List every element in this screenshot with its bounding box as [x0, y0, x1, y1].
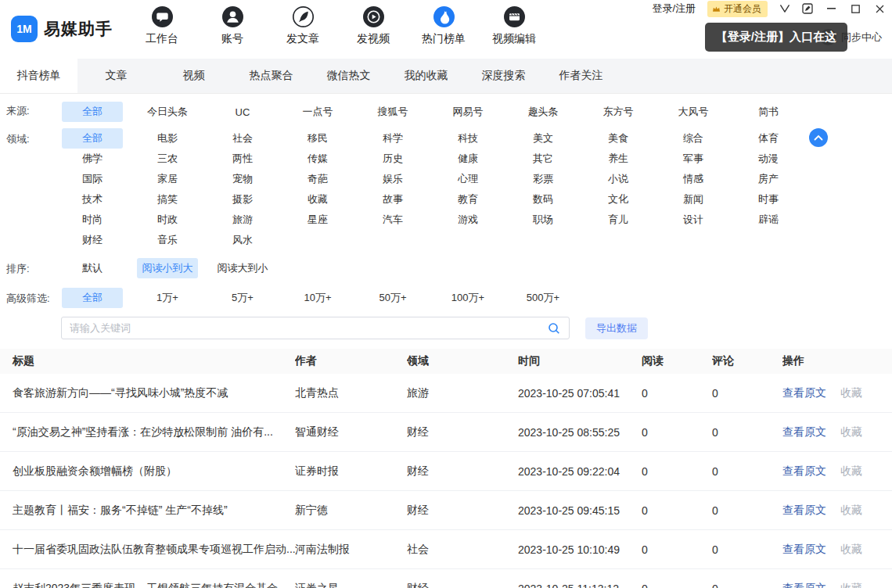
- filter-chip[interactable]: 文化: [588, 189, 649, 210]
- filter-chip[interactable]: 财经: [62, 230, 123, 250]
- minimize-button[interactable]: [825, 2, 837, 15]
- tab[interactable]: 作者关注: [542, 59, 620, 93]
- view-original-link[interactable]: 查看原文: [782, 504, 826, 518]
- vip-badge[interactable]: 开通会员: [707, 1, 768, 17]
- filter-chip[interactable]: 全部: [62, 288, 123, 308]
- view-original-link[interactable]: 查看原文: [782, 386, 826, 400]
- filter-chip[interactable]: 阅读小到大: [137, 258, 198, 278]
- collapse-filters-button[interactable]: [809, 128, 828, 147]
- filter-chip[interactable]: 育儿: [588, 210, 649, 230]
- filter-chip[interactable]: 汽车: [362, 210, 423, 230]
- nav-item-publish-article[interactable]: 发文章: [268, 5, 338, 46]
- tab[interactable]: 深度搜索: [465, 59, 542, 93]
- filter-chip[interactable]: 故事: [362, 189, 423, 210]
- nav-item-video-edit[interactable]: 视频编辑: [479, 5, 549, 46]
- filter-chip[interactable]: 500万+: [513, 288, 574, 308]
- filter-chip[interactable]: 今日头条: [137, 102, 198, 122]
- filter-chip[interactable]: 电影: [137, 128, 198, 149]
- filter-chip[interactable]: 风水: [212, 230, 273, 250]
- filter-chip[interactable]: 设计: [663, 210, 724, 230]
- nav-item-hot-rankings[interactable]: 热门榜单: [408, 5, 479, 46]
- filter-chip[interactable]: 小说: [588, 169, 649, 189]
- tab[interactable]: 热点聚合: [232, 59, 310, 93]
- filter-chip[interactable]: 情感: [663, 169, 724, 189]
- filter-chip[interactable]: 健康: [437, 149, 498, 169]
- filter-chip[interactable]: 心理: [437, 169, 498, 189]
- filter-chip[interactable]: 网易号: [437, 102, 498, 122]
- filter-chip[interactable]: 佛学: [62, 149, 123, 169]
- filter-chip[interactable]: 移民: [287, 128, 348, 149]
- filter-chip[interactable]: 辟谣: [738, 210, 799, 230]
- filter-chip[interactable]: 时尚: [62, 210, 123, 230]
- export-data-button[interactable]: 导出数据: [585, 317, 648, 339]
- login-register-link[interactable]: 登录/注册: [652, 2, 696, 16]
- filter-chip[interactable]: 全部: [62, 128, 123, 149]
- filter-chip[interactable]: 阅读大到小: [212, 258, 273, 278]
- filter-chip[interactable]: 美文: [513, 128, 574, 149]
- view-original-link[interactable]: 查看原文: [782, 543, 826, 557]
- nav-item-workbench[interactable]: 工作台: [127, 5, 197, 46]
- filter-chip[interactable]: 军事: [663, 149, 724, 169]
- filter-chip[interactable]: 国际: [62, 169, 123, 189]
- filter-chip[interactable]: 时政: [137, 210, 198, 230]
- filter-chip[interactable]: 社会: [212, 128, 273, 149]
- filter-chip[interactable]: 一点号: [287, 102, 348, 122]
- favorite-link[interactable]: 收藏: [840, 504, 862, 518]
- filter-chip[interactable]: 历史: [362, 149, 423, 169]
- filter-chip[interactable]: 综合: [663, 128, 724, 149]
- filter-chip[interactable]: 东方号: [588, 102, 649, 122]
- nav-item-publish-video[interactable]: 发视频: [338, 5, 408, 46]
- filter-chip[interactable]: 教育: [437, 189, 498, 210]
- filter-chip[interactable]: 新闻: [663, 189, 724, 210]
- filter-chip[interactable]: 房产: [738, 169, 799, 189]
- tab[interactable]: 文章: [77, 59, 155, 93]
- favorite-link[interactable]: 收藏: [840, 425, 862, 439]
- filter-chip[interactable]: 三农: [137, 149, 198, 169]
- theme-icon[interactable]: [779, 4, 790, 13]
- filter-chip[interactable]: 职场: [513, 210, 574, 230]
- filter-chip[interactable]: 全部: [62, 102, 123, 122]
- filter-chip[interactable]: 趣头条: [513, 102, 574, 122]
- tab[interactable]: 视频: [155, 59, 232, 93]
- filter-chip[interactable]: 宠物: [212, 169, 273, 189]
- filter-chip[interactable]: 科技: [437, 128, 498, 149]
- filter-chip[interactable]: 美食: [588, 128, 649, 149]
- filter-chip[interactable]: 数码: [513, 189, 574, 210]
- filter-chip[interactable]: 奇葩: [287, 169, 348, 189]
- filter-chip[interactable]: 动漫: [738, 149, 799, 169]
- favorite-link[interactable]: 收藏: [840, 386, 862, 400]
- filter-chip[interactable]: 家居: [137, 169, 198, 189]
- filter-chip[interactable]: 技术: [62, 189, 123, 210]
- filter-chip[interactable]: 收藏: [287, 189, 348, 210]
- view-original-link[interactable]: 查看原文: [782, 464, 826, 479]
- favorite-link[interactable]: 收藏: [840, 582, 862, 588]
- view-original-link[interactable]: 查看原文: [782, 425, 826, 439]
- filter-chip[interactable]: 传媒: [287, 149, 348, 169]
- filter-chip[interactable]: 旅游: [212, 210, 273, 230]
- filter-chip[interactable]: 彩票: [513, 169, 574, 189]
- filter-chip[interactable]: 100万+: [437, 288, 498, 308]
- filter-chip[interactable]: 体育: [738, 128, 799, 149]
- filter-chip[interactable]: 简书: [738, 102, 799, 122]
- filter-chip[interactable]: 1万+: [137, 288, 198, 308]
- filter-chip[interactable]: 游戏: [437, 210, 498, 230]
- favorite-link[interactable]: 收藏: [840, 543, 862, 557]
- view-original-link[interactable]: 查看原文: [782, 582, 826, 588]
- filter-chip[interactable]: 10万+: [287, 288, 348, 308]
- filter-chip[interactable]: 5万+: [212, 288, 273, 308]
- filter-chip[interactable]: 摄影: [212, 189, 273, 210]
- feedback-icon[interactable]: [802, 3, 813, 14]
- filter-chip[interactable]: 音乐: [137, 230, 198, 250]
- filter-chip[interactable]: 两性: [212, 149, 273, 169]
- tab[interactable]: 我的收藏: [387, 59, 465, 93]
- filter-chip[interactable]: 时事: [738, 189, 799, 210]
- search-button[interactable]: [539, 322, 569, 335]
- tab[interactable]: 抖音榜单: [0, 59, 77, 93]
- filter-chip[interactable]: UC: [212, 103, 273, 121]
- filter-chip[interactable]: 娱乐: [362, 169, 423, 189]
- close-button[interactable]: [873, 2, 886, 15]
- filter-chip[interactable]: 星座: [287, 210, 348, 230]
- filter-chip[interactable]: 其它: [513, 149, 574, 169]
- search-input[interactable]: [62, 322, 539, 334]
- filter-chip[interactable]: 搜狐号: [362, 102, 423, 122]
